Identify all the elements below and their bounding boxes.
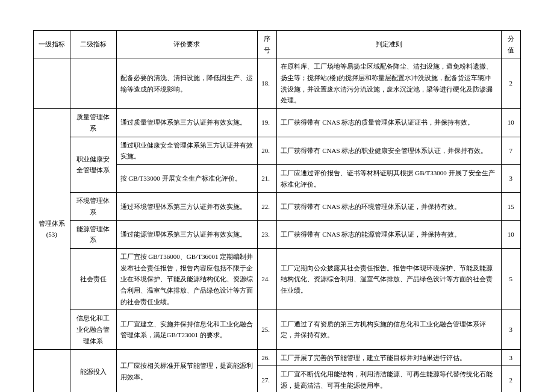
cell-req: 工厂宜按 GB/T36000、GB/T36001 定期编制并发布社会责任报告，报… xyxy=(116,249,258,310)
header-seq: 序号 xyxy=(258,31,277,58)
cell-seq: 19. xyxy=(258,109,277,137)
cell-seq: 27. xyxy=(258,366,277,392)
cell-lv1-energy-res: 能源与资源投入(17) xyxy=(34,349,70,392)
table-row: 职业健康安全管理体系 通过职业健康安全管理体系第三方认证并有效实施。 20. 工… xyxy=(34,137,521,164)
cell-req: 按 GB/T33000 开展安全生产标准化评价。 xyxy=(116,164,258,192)
cell-req: 配备必要的清洗、清扫设施，降低因生产、运输等造成的环境影响。 xyxy=(116,58,258,109)
table-row: 配备必要的清洗、清扫设施，降低因生产、运输等造成的环境影响。 18. 在原料库、… xyxy=(34,58,521,109)
cell-req: 通过质量管理体系第三方认证并有效实施。 xyxy=(116,109,258,137)
table-row: 环境管理体系 通过环境管理体系第三方认证并有效实施。 22. 工厂获得带有 CN… xyxy=(34,193,521,220)
cell-crit: 工厂获得带有 CNAS 标志的质量管理体系认证证书，并保持有效。 xyxy=(277,109,501,137)
cell-lv2-csr: 社会责任 xyxy=(70,249,116,310)
table-row: 能源与资源投入(17) 能源投入 工厂应按相关标准开展节能管理，提高能源利用效率… xyxy=(34,349,521,366)
cell-crit: 在原料库、工厂场地等易扬尘区域配备降尘、清扫设施，避免粉料遗撒、扬尘等；搅拌站(… xyxy=(277,58,501,109)
cell-lv2-ems: 能源管理体系 xyxy=(70,220,116,248)
cell-crit: 工厂获得带有 CNAS 标志的环境管理体系认证，并保持有效。 xyxy=(277,193,501,220)
cell-req: 工厂宜建立、实施并保持信息化和工业化融合管理体系，满足GB/T23001 的要求… xyxy=(116,310,258,349)
cell-lv2-info: 信息化和工业化融合管理体系 xyxy=(70,310,116,349)
cell-lv2-quality: 质量管理体系 xyxy=(70,109,116,137)
cell-score: 15 xyxy=(501,193,520,220)
cell-score: 2 xyxy=(501,58,520,109)
cell-crit: 工厂通过了有资质的第三方机构实施的信息化和工业化融合管理体系评定，并保持有效。 xyxy=(277,310,501,349)
table-row: 能源管理体系 通过能源管理体系第三方认证并有效实施。 23. 工厂获得带有 CN… xyxy=(34,220,521,248)
cell-lv1-mgmt: 管理体系(53) xyxy=(34,109,70,349)
cell-seq: 23. xyxy=(258,220,277,248)
cell-seq: 25. xyxy=(258,310,277,349)
table-row: 社会责任 工厂宜按 GB/T36000、GB/T36001 定期编制并发布社会责… xyxy=(34,249,521,310)
cell-req: 工厂应按相关标准开展节能管理，提高能源利用效率。 xyxy=(116,349,258,392)
cell-seq: 26. xyxy=(258,349,277,366)
cell-score: 5 xyxy=(501,249,520,310)
cell-lv2-env: 环境管理体系 xyxy=(70,193,116,220)
cell-lv2-blank xyxy=(70,58,116,109)
cell-lv2-energy-in: 能源投入 xyxy=(70,349,116,392)
cell-req: 通过能源管理体系第三方认证并有效实施。 xyxy=(116,220,258,248)
cell-score: 2 xyxy=(501,366,520,392)
cell-crit: 工厂定期向公众披露其社会责任报告。报告中体现环境保护、节能及能源结构优化、资源综… xyxy=(277,249,501,310)
evaluation-table: 一级指标 二级指标 评价要求 序号 判定准则 分值 配备必要的清洗、清扫设施，降… xyxy=(33,30,521,392)
cell-lv1-blank xyxy=(34,58,70,109)
cell-score: 10 xyxy=(501,220,520,248)
cell-crit: 工厂获得带有 CNAS 标志的能源管理体系认证，并保持有效。 xyxy=(277,220,501,248)
header-score: 分值 xyxy=(501,31,520,58)
header-req: 评价要求 xyxy=(116,31,258,58)
cell-crit: 工厂获得带有 CNAS 标志的职业健康安全管理体系认证，并保持有效。 xyxy=(277,137,501,164)
header-crit: 判定准则 xyxy=(277,31,501,58)
cell-score: 7 xyxy=(501,137,520,164)
cell-score: 3 xyxy=(501,349,520,366)
table-row: 信息化和工业化融合管理体系 工厂宜建立、实施并保持信息化和工业化融合管理体系，满… xyxy=(34,310,521,349)
cell-score: 3 xyxy=(501,164,520,192)
cell-lv2-ohs: 职业健康安全管理体系 xyxy=(70,137,116,193)
cell-seq: 20. xyxy=(258,137,277,164)
cell-seq: 21. xyxy=(258,164,277,192)
cell-score: 3 xyxy=(501,310,520,349)
table-row: 管理体系(53) 质量管理体系 通过质量管理体系第三方认证并有效实施。 19. … xyxy=(34,109,521,137)
cell-crit: 工厂应通过评价报告、证书等材料证明其根据 GB/T33000 开展了安全生产标准… xyxy=(277,164,501,192)
header-lv1: 一级指标 xyxy=(34,31,70,58)
cell-crit: 工厂开展了完善的节能管理，建立节能目标并对结果进行评估。 xyxy=(277,349,501,366)
header-lv2: 二级指标 xyxy=(70,31,116,58)
cell-score: 10 xyxy=(501,109,520,137)
cell-seq: 18. xyxy=(258,58,277,109)
cell-seq: 22. xyxy=(258,193,277,220)
cell-seq: 24. xyxy=(258,249,277,310)
cell-crit: 工厂宜不断优化用能结构，利用清洁能源、可再生能源等代替传统化石能源，提高清洁、可… xyxy=(277,366,501,392)
header-row: 一级指标 二级指标 评价要求 序号 判定准则 分值 xyxy=(34,31,521,58)
cell-req: 通过环境管理体系第三方认证并有效实施。 xyxy=(116,193,258,220)
cell-req: 通过职业健康安全管理体系第三方认证并有效实施。 xyxy=(116,137,258,164)
